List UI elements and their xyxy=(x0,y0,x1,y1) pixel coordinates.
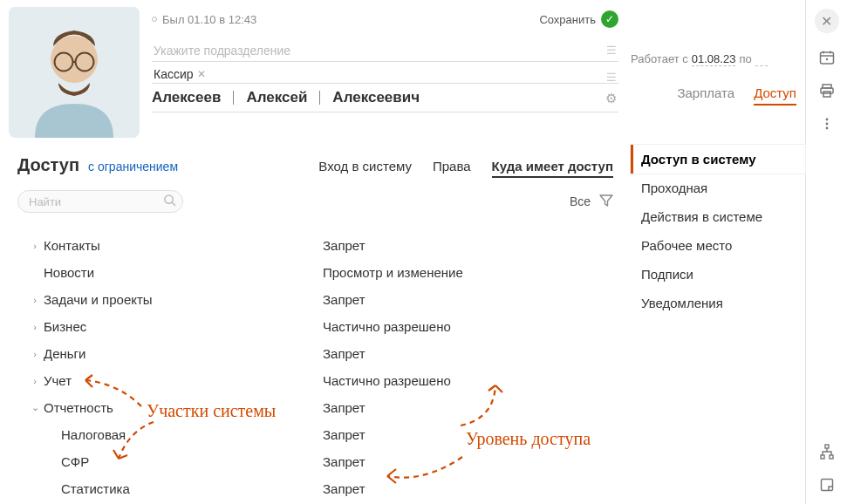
tree-item-label: Контакты xyxy=(44,238,100,253)
save-button[interactable]: Сохранить ✓ xyxy=(539,10,618,28)
inner-tab-login[interactable]: Вход в систему xyxy=(318,159,412,178)
check-icon: ✓ xyxy=(601,10,618,28)
table-row[interactable]: ›Задачи и проектыЗапрет xyxy=(17,286,613,313)
svg-point-5 xyxy=(165,195,173,203)
svg-point-15 xyxy=(825,119,828,121)
access-level[interactable]: Запрет xyxy=(323,427,365,442)
svg-point-17 xyxy=(825,127,828,130)
svg-rect-14 xyxy=(823,92,830,97)
table-row[interactable]: СФРЗапрет xyxy=(17,448,613,475)
calendar-icon[interactable] xyxy=(818,49,836,66)
table-row[interactable]: ›УчетЧастично разрешено xyxy=(17,367,613,394)
svg-rect-7 xyxy=(820,52,833,64)
access-level[interactable]: Запрет xyxy=(323,454,365,469)
svg-rect-21 xyxy=(821,480,832,491)
works-period: Работает с 01.08.23 по xyxy=(631,52,796,66)
table-row[interactable]: СтатистикаЗапрет xyxy=(17,475,613,502)
svg-point-16 xyxy=(825,123,828,126)
chevron-right-icon[interactable]: › xyxy=(30,349,40,359)
chevron-right-icon[interactable]: › xyxy=(30,322,40,332)
table-row[interactable]: НалоговаяЗапрет xyxy=(17,421,613,448)
side-nav-item[interactable]: Подписи xyxy=(631,260,805,289)
chevron-right-icon[interactable]: › xyxy=(30,376,40,386)
works-from-date[interactable]: 01.08.23 xyxy=(692,52,736,66)
table-row[interactable]: ›БизнесЧастично разрешено xyxy=(17,313,613,340)
more-icon[interactable] xyxy=(818,115,836,133)
svg-rect-20 xyxy=(830,455,833,459)
inner-tab-rights[interactable]: Права xyxy=(433,159,471,178)
role-chip[interactable]: Кассир ✕ xyxy=(152,67,206,85)
gear-icon[interactable]: ⚙ xyxy=(605,91,617,106)
access-level[interactable]: Просмотр и изменение xyxy=(323,265,463,280)
tree-item-label: Учет xyxy=(44,373,72,388)
tree-item-label: Новости xyxy=(44,265,94,280)
inner-tab-where[interactable]: Куда имеет доступ xyxy=(492,159,613,178)
sitemap-icon[interactable] xyxy=(818,443,836,460)
department-input[interactable] xyxy=(152,40,618,62)
side-nav-item[interactable]: Действия в системе xyxy=(631,202,805,231)
svg-point-1 xyxy=(51,36,98,83)
close-button[interactable]: ✕ xyxy=(815,9,839,33)
close-icon[interactable]: ✕ xyxy=(197,68,206,80)
access-level[interactable]: Частично разрешено xyxy=(323,373,451,388)
name-row[interactable]: Алексеев Алексей Алексеевич ⚙ xyxy=(152,89,618,112)
svg-rect-18 xyxy=(825,445,829,448)
access-level[interactable]: Запрет xyxy=(323,346,365,361)
table-row[interactable]: ⌄ОтчетностьЗапрет xyxy=(17,394,613,421)
note-icon[interactable] xyxy=(818,476,836,494)
tree-item-label: Статистика xyxy=(61,481,130,496)
list-icon[interactable]: ☰ xyxy=(606,44,617,57)
restriction-link[interactable]: с ограничением xyxy=(88,160,178,174)
page-title: Доступ xyxy=(17,155,79,175)
tab-salary[interactable]: Зарплата xyxy=(677,85,734,106)
tree-item-label: Налоговая xyxy=(61,427,126,442)
presence-dot-icon xyxy=(152,17,157,22)
table-row[interactable]: ›КонтактыЗапрет xyxy=(17,232,613,259)
chevron-down-icon[interactable]: ⌄ xyxy=(30,402,40,413)
tree-item-label: Отчетность xyxy=(44,400,113,415)
tree-item-label: Деньги xyxy=(44,346,85,361)
svg-point-11 xyxy=(825,58,827,60)
middle-name: Алексеевич xyxy=(332,89,420,106)
access-level[interactable]: Запрет xyxy=(323,238,365,253)
last-name: Алексеев xyxy=(152,89,221,106)
tab-access[interactable]: Доступ xyxy=(754,85,796,106)
list-icon[interactable]: ☰ xyxy=(606,71,617,84)
tree-item-label: Бизнес xyxy=(44,319,86,334)
side-nav-item[interactable]: Проходная xyxy=(631,174,805,202)
printer-icon[interactable] xyxy=(818,82,836,99)
avatar[interactable] xyxy=(9,7,140,138)
tree-item-label: Задачи и проекты xyxy=(44,292,153,307)
access-level[interactable]: Запрет xyxy=(323,292,365,307)
works-to-date[interactable] xyxy=(755,52,768,66)
chevron-right-icon[interactable]: › xyxy=(30,241,40,251)
chevron-right-icon[interactable]: › xyxy=(30,295,40,305)
search-icon[interactable] xyxy=(163,194,176,209)
svg-rect-19 xyxy=(821,455,824,459)
table-row[interactable]: ›ДеньгиЗапрет xyxy=(17,340,613,367)
svg-line-6 xyxy=(172,202,175,206)
funnel-icon[interactable] xyxy=(599,194,613,210)
tree-item-label: СФР xyxy=(61,454,89,469)
access-level[interactable]: Частично разрешено xyxy=(323,319,451,334)
access-level[interactable]: Запрет xyxy=(323,481,365,496)
filter-all[interactable]: Все xyxy=(570,194,591,208)
side-nav-item[interactable]: Доступ в систему xyxy=(631,145,805,174)
side-nav-item[interactable]: Уведомления xyxy=(631,289,805,317)
svg-rect-13 xyxy=(821,88,833,93)
status-text: Был 01.10 в 12:43 xyxy=(162,13,256,26)
table-row[interactable]: НовостиПросмотр и изменение xyxy=(17,259,613,286)
search-input[interactable] xyxy=(17,190,183,213)
access-level[interactable]: Запрет xyxy=(323,400,365,415)
first-name: Алексей xyxy=(246,89,307,106)
side-nav-item[interactable]: Рабочее место xyxy=(631,231,805,260)
